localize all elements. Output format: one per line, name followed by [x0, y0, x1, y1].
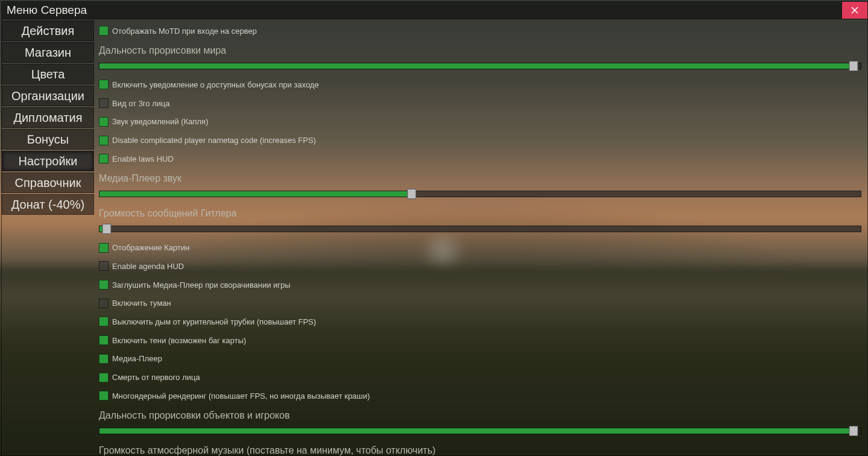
setting-label: Смерть от первого лица	[112, 373, 200, 382]
checkbox-icon	[99, 136, 108, 145]
setting-motd[interactable]: Отображать MoTD при входе на сервер	[99, 23, 861, 39]
setting-third-person[interactable]: Вид от 3го лица	[99, 95, 861, 112]
slider-track	[99, 226, 861, 232]
settings-panel: Отображать MoTD при входе на сервер Даль…	[94, 19, 867, 456]
sidebar-item-label: Организации	[11, 89, 84, 103]
setting-label: Включить туман	[112, 299, 171, 308]
checkbox-icon	[99, 335, 108, 345]
checkbox-icon	[99, 26, 108, 36]
sidebar-item-settings[interactable]: Настройки	[2, 151, 94, 171]
sidebar-item-organizations[interactable]: Организации	[2, 86, 94, 106]
checkbox-icon	[99, 98, 108, 108]
checkbox-icon	[99, 154, 108, 163]
sidebar-item-label: Цвета	[31, 68, 65, 81]
slider-thumb[interactable]	[407, 189, 416, 199]
setting-pipe-smoke[interactable]: Выключить дым от курительной трубки (пов…	[99, 314, 861, 330]
checkbox-icon	[99, 261, 108, 271]
setting-shadows[interactable]: Включить тени (возможен баг карты)	[99, 332, 861, 349]
slider-thumb[interactable]	[102, 224, 111, 234]
sidebar-item-label: Дипломатия	[13, 111, 82, 125]
checkbox-icon	[99, 117, 108, 127]
sidebar-item-label: Настройки	[18, 154, 77, 168]
sidebar-item-donate[interactable]: Донат (-40%)	[2, 194, 94, 215]
sidebar-item-label: Донат (-40%)	[11, 198, 84, 212]
setting-nametag-fps[interactable]: Disable complicated player nametag code …	[99, 132, 861, 148]
slider-fill	[99, 428, 855, 434]
slider-thumb[interactable]	[849, 426, 858, 436]
close-icon	[851, 7, 858, 14]
setting-label: Медиа-Плеер	[112, 354, 162, 363]
sidebar-item-label: Бонусы	[27, 133, 69, 147]
setting-label: Выключить дым от курительной трубки (пов…	[112, 317, 316, 326]
sidebar: Действия Магазин Цвета Организации Дипло…	[2, 21, 94, 456]
setting-bonus-notify[interactable]: Включить уведомление о доступных бонусах…	[99, 77, 861, 93]
titlebar: Меню Сервера	[2, 2, 867, 19]
slider-world-draw[interactable]	[99, 61, 861, 69]
slider-label-ambient-volume: Громкость атмосферной музыки (поставьте …	[99, 445, 861, 456]
sidebar-item-label: Действия	[22, 24, 75, 38]
setting-agenda-hud[interactable]: Enable agenda HUD	[99, 258, 861, 274]
setting-label: Многоядерный рендеринг (повышает FPS, но…	[112, 391, 370, 401]
sidebar-item-reference[interactable]: Справочник	[2, 173, 94, 193]
checkbox-icon	[99, 280, 108, 290]
setting-notif-sound[interactable]: Звук уведомлений (Капля)	[99, 113, 861, 130]
setting-multicore[interactable]: Многоядерный рендеринг (повышает FPS, но…	[99, 388, 861, 404]
slider-fill	[99, 63, 855, 69]
slider-hitler-volume[interactable]	[99, 224, 861, 232]
checkbox-icon	[99, 373, 108, 382]
slider-label-hitler-volume: Громкость сообщений Гитлера	[99, 208, 861, 219]
setting-label: Отображение Картин	[112, 243, 189, 252]
sidebar-item-shop[interactable]: Магазин	[2, 42, 94, 63]
setting-label: Отображать MoTD при входе на сервер	[112, 27, 257, 36]
setting-label: Включить тени (возможен баг карты)	[112, 336, 246, 345]
setting-label: Disable complicated player nametag code …	[112, 136, 316, 145]
checkbox-icon	[99, 80, 108, 89]
setting-enable-fog[interactable]: Включить туман	[99, 295, 861, 311]
checkbox-icon	[99, 299, 108, 308]
setting-mute-media-min[interactable]: Заглушить Медиа-Плеер при сворачивании и…	[99, 277, 861, 293]
sidebar-item-actions[interactable]: Действия	[2, 21, 94, 41]
sidebar-item-label: Магазин	[25, 46, 71, 60]
close-button[interactable]	[842, 2, 867, 19]
checkbox-icon	[99, 391, 108, 401]
window-title: Меню Сервера	[2, 4, 87, 17]
setting-label: Включить уведомление о доступных бонусах…	[112, 80, 319, 89]
sidebar-item-label: Справочник	[15, 176, 81, 190]
sidebar-item-bonuses[interactable]: Бонусы	[2, 129, 94, 150]
slider-object-draw[interactable]	[99, 426, 861, 434]
setting-label: Enable agenda HUD	[112, 262, 184, 271]
checkbox-icon	[99, 354, 108, 364]
checkbox-icon	[99, 243, 108, 253]
setting-laws-hud[interactable]: Enable laws HUD	[99, 151, 861, 167]
slider-label-media-volume: Медиа-Плеер звук	[99, 173, 861, 184]
slider-fill	[99, 191, 413, 197]
setting-label: Заглушить Медиа-Плеер при сворачивании и…	[112, 280, 291, 290]
sidebar-item-colors[interactable]: Цвета	[2, 64, 94, 84]
setting-label: Звук уведомлений (Капля)	[112, 117, 209, 126]
checkbox-icon	[99, 317, 108, 326]
setting-show-paintings[interactable]: Отображение Картин	[99, 239, 861, 256]
setting-label: Вид от 3го лица	[112, 99, 170, 108]
slider-label-world-draw: Дальность прорисовки мира	[99, 45, 861, 56]
server-menu-window: Меню Сервера Действия Магазин Цвета Орга…	[1, 1, 868, 456]
sidebar-item-diplomacy[interactable]: Дипломатия	[2, 107, 94, 128]
setting-label: Enable laws HUD	[112, 154, 174, 163]
slider-thumb[interactable]	[849, 61, 858, 71]
setting-first-person-death[interactable]: Смерть от первого лица	[99, 369, 861, 385]
slider-media-volume[interactable]	[99, 189, 861, 197]
slider-label-object-draw: Дальность прорисовки объектов и игроков	[99, 410, 861, 421]
setting-media-player[interactable]: Медиа-Плеер	[99, 351, 861, 367]
